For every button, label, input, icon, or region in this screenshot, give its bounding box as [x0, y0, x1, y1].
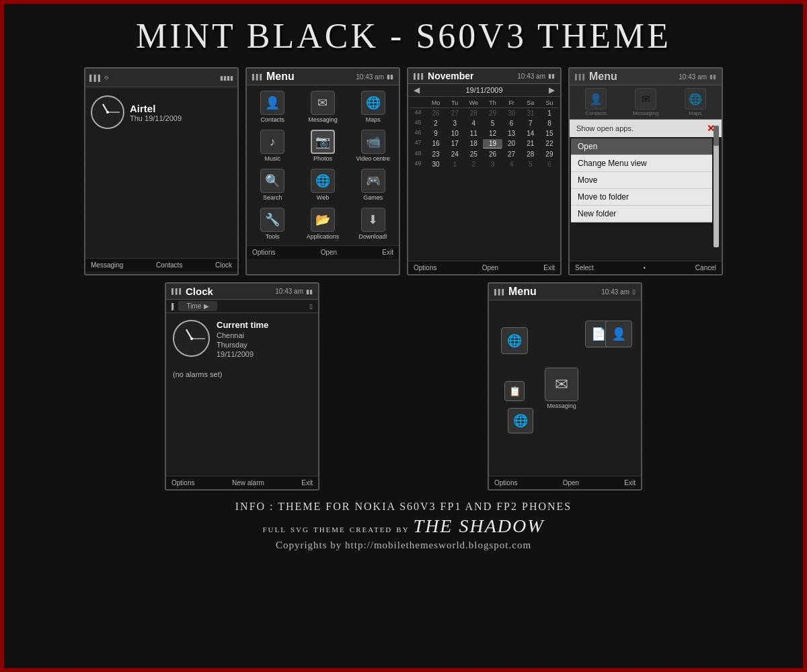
screen2-menu-bar: ▌▌▌ Menu 10:43 am ▮▮: [247, 69, 399, 85]
scrollbar-thumb: [714, 126, 719, 146]
screen2: ▌▌▌ Menu 10:43 am ▮▮ 👤 Contacts: [245, 67, 400, 276]
info-line2-prefix: FULL SVG THEME CREATED BY: [262, 523, 409, 534]
cal-tu: Tu: [445, 99, 464, 106]
cal-week-48: 48 23 24 25 26 27 28 29: [410, 149, 559, 159]
mini-maps: 🌐 Maps: [685, 88, 706, 116]
menu-item-web[interactable]: 🌐 Web: [299, 166, 348, 204]
signal-icon: ▌▌▌: [89, 75, 102, 81]
screens-top-row: ▌▌▌ G ▮▮▮▮ Airtel Thu 19/11/2009: [4, 67, 803, 276]
cal-prev-arrow[interactable]: ◀: [414, 85, 420, 95]
cal-week-44: 44 26 27 28 29 30 31 1: [410, 108, 559, 118]
messaging-label: Messaging: [308, 116, 338, 123]
screen5-sk3[interactable]: Exit: [301, 479, 313, 487]
screen6-signal: ▌▌▌: [494, 289, 506, 295]
menu-item-maps[interactable]: 🌐 Maps: [348, 88, 397, 126]
screen5-title: Clock: [186, 286, 213, 297]
screen4-battery: ▮▮: [709, 73, 716, 80]
ctx-move-to-folder[interactable]: Move to folder: [571, 189, 712, 206]
cal-mo: Mo: [426, 99, 445, 106]
cal-week-46: 46 9 10 11 12 13 14 15: [410, 128, 559, 138]
screen3-sk3[interactable]: Exit: [543, 264, 555, 271]
screen3-sk1[interactable]: Options: [414, 264, 436, 271]
screen4-sk3[interactable]: Cancel: [695, 264, 716, 271]
mini-maps-icon: 🌐: [685, 88, 706, 110]
carrier-name: Airtel: [130, 103, 182, 114]
screen6-sk2[interactable]: Open: [563, 479, 579, 487]
float-contacts-icon[interactable]: 👤: [605, 321, 632, 347]
screen3-body: Mo Tu We Th Fr Sa Su 44 26 27 28 29: [408, 97, 560, 171]
screen5-battery: ▮▮: [306, 288, 313, 295]
screen3-sk2[interactable]: Open: [482, 264, 498, 271]
battery-area: ▮▮▮▮: [220, 75, 233, 81]
tab-arrow: ▶: [204, 302, 209, 310]
screen5-battery2: ▯: [309, 303, 313, 310]
menu-item-contacts[interactable]: 👤 Contacts: [248, 88, 297, 126]
menu-item-video[interactable]: 📹 Video centre: [348, 127, 397, 165]
screen2-sk2[interactable]: Open: [321, 249, 337, 256]
mini-messaging: ✉ Messaging: [633, 88, 659, 116]
menu-item-tools[interactable]: 🔧 Tools: [248, 205, 297, 243]
screen3: ▌▌▌ November 10:43 am ▮▮ ◀ 19/11/2009 ▶: [407, 67, 562, 276]
screen2-sk3[interactable]: Exit: [382, 249, 393, 256]
float-doc2-icon[interactable]: 📋: [504, 381, 525, 401]
screen1-clock-widget: Airtel Thu 19/11/2009: [85, 87, 237, 137]
menu-item-messaging[interactable]: ✉ Messaging: [299, 88, 348, 126]
screen2-sk1[interactable]: Options: [252, 249, 275, 256]
menu-item-music[interactable]: ♪ Music: [248, 127, 297, 165]
ctx-move[interactable]: Move: [571, 172, 712, 189]
screen5-tab[interactable]: Time ▶: [178, 301, 217, 311]
screen5-signal2: ▌: [171, 303, 176, 310]
applications-label: Applications: [307, 233, 340, 240]
screen6-time: 10:43 am: [601, 288, 629, 296]
screen1-sk3[interactable]: Clock: [215, 261, 232, 269]
screen6-bar: ▌▌▌ Menu 10:43 am ▯: [489, 284, 641, 300]
ctx-change-menu-view[interactable]: Change Menu view: [571, 155, 712, 172]
float-web-icon[interactable]: 🌐: [501, 327, 528, 354]
cal-next-arrow[interactable]: ▶: [549, 85, 555, 95]
search-label: Search: [263, 194, 282, 201]
menu-item-photos[interactable]: 📷 Photos: [299, 127, 348, 165]
screen2-soft-keys: Options Open Exit: [247, 245, 399, 259]
float-messaging-label: Messaging: [547, 403, 576, 409]
screen5-info: Current time Chennai Thursday 19/11/2009: [217, 320, 268, 358]
screen5-day: Thursday: [217, 341, 268, 349]
download-label: Download!: [358, 233, 387, 240]
screen4: ▌▌▌ Menu 10:43 am ▮▮ 👤 Contacts ✉: [568, 67, 723, 276]
photos-icon: 📷: [311, 130, 335, 154]
screen1-sk1[interactable]: Messaging: [91, 261, 123, 269]
float-messaging-icon[interactable]: ✉ Messaging: [545, 368, 578, 409]
cal-days-header: Mo Tu We Th Fr Sa Su: [410, 98, 559, 108]
spacer: [326, 282, 481, 491]
screen3-soft-keys: Options Open Exit: [408, 261, 560, 274]
info-line3: Copyrights by http://mobilethemesworld.b…: [4, 540, 803, 551]
screen5-sk2[interactable]: New alarm: [232, 479, 264, 487]
menu-item-games[interactable]: 🎮 Games: [348, 166, 397, 204]
screen6-title: Menu: [508, 286, 537, 298]
float-globe-box: 🌐: [508, 408, 533, 433]
screen6-sk3[interactable]: Exit: [624, 479, 636, 487]
screen6-sk1[interactable]: Options: [494, 479, 517, 487]
screen1-sk2[interactable]: Contacts: [156, 261, 182, 269]
video-label: Video centre: [356, 155, 389, 162]
cal-su: Su: [540, 99, 559, 106]
ctx-new-folder[interactable]: New folder: [571, 206, 712, 222]
screen5-analog-clock: [173, 320, 210, 357]
applications-icon: 📂: [311, 208, 335, 232]
carrier-info: Airtel Thu 19/11/2009: [130, 103, 182, 122]
screen4-sk1[interactable]: Select: [575, 264, 594, 271]
mini-messaging-label: Messaging: [633, 110, 659, 116]
context-scrollbar[interactable]: [714, 126, 719, 247]
ctx-open[interactable]: Open: [571, 138, 712, 155]
screen4-mini-icons: 👤 Contacts ✉ Messaging 🌐 Maps: [570, 85, 722, 120]
menu-item-search[interactable]: 🔍 Search: [248, 166, 297, 204]
screen4-signal: ▌▌▌: [575, 74, 586, 80]
cal-week-47: 47 16 17 18 19 20 21 22: [410, 138, 559, 149]
screen5-sk1[interactable]: Options: [171, 479, 194, 487]
float-contacts-box: 👤: [605, 321, 632, 347]
download-icon: ⬇: [361, 208, 385, 232]
menu-item-download[interactable]: ⬇ Download!: [348, 205, 397, 243]
float-globe-icon[interactable]: 🌐: [508, 408, 533, 433]
clock-center: [106, 111, 109, 114]
maps-label: Maps: [366, 116, 381, 123]
menu-item-applications[interactable]: 📂 Applications: [299, 205, 348, 243]
